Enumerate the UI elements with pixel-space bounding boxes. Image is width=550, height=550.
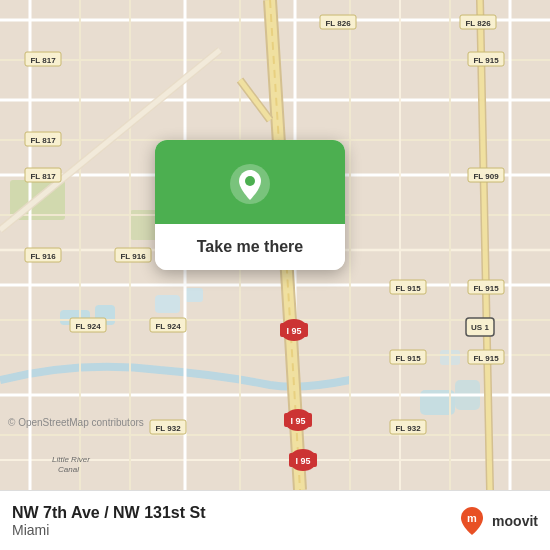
svg-text:FL 915: FL 915: [473, 354, 499, 363]
svg-text:FL 817: FL 817: [30, 172, 56, 181]
location-city: Miami: [12, 522, 446, 538]
svg-text:FL 932: FL 932: [395, 424, 421, 433]
svg-point-88: [245, 176, 255, 186]
moovit-brand-icon: m: [456, 505, 488, 537]
bottom-bar: NW 7th Ave / NW 131st St Miami m moovit: [0, 490, 550, 550]
map-container: FL 817 FL 817 FL 817 FL 826 FL 826 FL 91…: [0, 0, 550, 490]
svg-text:FL 915: FL 915: [395, 284, 421, 293]
svg-text:m: m: [467, 512, 477, 524]
svg-text:Little River: Little River: [52, 455, 90, 464]
svg-text:US 1: US 1: [471, 323, 489, 332]
svg-text:FL 909: FL 909: [473, 172, 499, 181]
location-name: NW 7th Ave / NW 131st St: [12, 504, 446, 522]
copyright-text: © OpenStreetMap contributors: [8, 417, 144, 428]
location-pin-icon: [228, 162, 272, 206]
svg-text:FL 826: FL 826: [325, 19, 351, 28]
svg-text:FL 916: FL 916: [120, 252, 146, 261]
svg-text:Canal: Canal: [58, 465, 79, 474]
svg-text:FL 916: FL 916: [30, 252, 56, 261]
popup-green-area: [155, 140, 345, 224]
svg-text:FL 915: FL 915: [473, 56, 499, 65]
svg-text:FL 924: FL 924: [155, 322, 181, 331]
moovit-logo: m moovit: [456, 505, 538, 537]
svg-text:FL 915: FL 915: [395, 354, 421, 363]
take-me-there-button[interactable]: Take me there: [155, 224, 345, 270]
location-text-block: NW 7th Ave / NW 131st St Miami: [12, 504, 446, 538]
svg-text:FL 826: FL 826: [465, 19, 491, 28]
svg-rect-4: [185, 288, 203, 302]
svg-text:I 95: I 95: [295, 456, 310, 466]
popup-card: Take me there: [155, 140, 345, 270]
svg-rect-3: [155, 295, 180, 313]
svg-text:FL 932: FL 932: [155, 424, 181, 433]
moovit-brand-text: moovit: [492, 513, 538, 529]
svg-text:I 95: I 95: [290, 416, 305, 426]
svg-text:FL 817: FL 817: [30, 56, 56, 65]
svg-text:FL 924: FL 924: [75, 322, 101, 331]
svg-text:FL 817: FL 817: [30, 136, 56, 145]
svg-text:FL 915: FL 915: [473, 284, 499, 293]
bottom-location: NW 7th Ave / NW 131st St Miami m moovit: [12, 504, 538, 538]
svg-text:I 95: I 95: [286, 326, 301, 336]
